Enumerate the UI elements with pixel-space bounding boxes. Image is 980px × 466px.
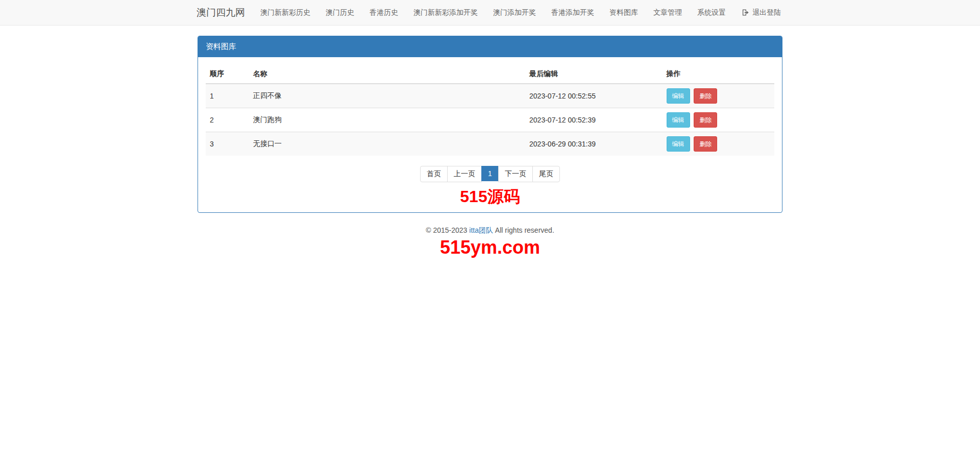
nav-item-macau-add-draw[interactable]: 澳门添加开奖 bbox=[485, 0, 544, 25]
footer: © 2015-2023 itta团队 All rights reserved. … bbox=[198, 226, 782, 257]
col-header-name: 名称 bbox=[249, 65, 525, 84]
nav-item-hongkong-add-draw[interactable]: 香港添加开奖 bbox=[544, 0, 602, 25]
col-header-order: 顺序 bbox=[206, 65, 249, 84]
nav-item-gallery[interactable]: 资料图库 bbox=[602, 0, 646, 25]
cell-last-edited: 2023-06-29 00:31:39 bbox=[525, 132, 662, 156]
nav-item-macau-new-lottery-add-draw[interactable]: 澳门新新彩添加开奖 bbox=[406, 0, 485, 25]
cell-actions: 编辑 删除 bbox=[663, 108, 774, 132]
navbar: 澳门四九网 澳门新新彩历史 澳门历史 香港历史 澳门新新彩添加开奖 澳门添加开奖… bbox=[0, 0, 980, 26]
nav-item-macau-new-lottery-history[interactable]: 澳门新新彩历史 bbox=[253, 0, 318, 25]
edit-button[interactable]: 编辑 bbox=[667, 112, 690, 128]
pagination-first[interactable]: 首页 bbox=[420, 166, 448, 182]
brand[interactable]: 澳门四九网 bbox=[191, 0, 253, 25]
main-container: 资料图库 顺序 名称 最后编辑 操作 bbox=[198, 36, 782, 257]
logout-button[interactable]: 退出登陆 bbox=[734, 0, 789, 25]
team-link[interactable]: itta团队 bbox=[469, 226, 493, 234]
cell-order: 1 bbox=[206, 84, 249, 108]
cell-actions: 编辑 删除 bbox=[663, 84, 774, 108]
nav-item-settings[interactable]: 系统设置 bbox=[690, 0, 733, 25]
pagination: 首页 上一页 1 下一页 尾页 bbox=[420, 166, 560, 182]
copyright-suffix: All rights reserved. bbox=[493, 226, 554, 234]
pagination-next[interactable]: 下一页 bbox=[498, 166, 533, 182]
edit-button[interactable]: 编辑 bbox=[667, 136, 690, 152]
nav-item-macau-history[interactable]: 澳门历史 bbox=[318, 0, 362, 25]
pagination-page-1[interactable]: 1 bbox=[481, 166, 499, 181]
cell-name: 无接口一 bbox=[249, 132, 525, 156]
delete-button[interactable]: 删除 bbox=[694, 88, 717, 104]
copyright: © 2015-2023 itta团队 All rights reserved. bbox=[198, 226, 782, 235]
edit-button[interactable]: 编辑 bbox=[667, 88, 690, 104]
panel-title: 资料图库 bbox=[198, 36, 782, 57]
pagination-wrap: 首页 上一页 1 下一页 尾页 bbox=[206, 166, 774, 182]
watermark-515ym: 515ym.com bbox=[198, 238, 782, 257]
nav-item-hongkong-history[interactable]: 香港历史 bbox=[362, 0, 406, 25]
cell-order: 3 bbox=[206, 132, 249, 156]
cell-name: 澳门跑狗 bbox=[249, 108, 525, 132]
gallery-panel: 资料图库 顺序 名称 最后编辑 操作 bbox=[198, 36, 782, 213]
cell-order: 2 bbox=[206, 108, 249, 132]
pagination-last[interactable]: 尾页 bbox=[532, 166, 560, 182]
gallery-table: 顺序 名称 最后编辑 操作 1 正四不像 2023-07-12 00:52:55… bbox=[206, 65, 774, 156]
cell-last-edited: 2023-07-12 00:52:55 bbox=[525, 84, 662, 108]
copyright-prefix: © 2015-2023 bbox=[426, 226, 469, 234]
delete-button[interactable]: 删除 bbox=[694, 112, 717, 128]
nav-item-articles[interactable]: 文章管理 bbox=[646, 0, 690, 25]
navbar-inner: 澳门四九网 澳门新新彩历史 澳门历史 香港历史 澳门新新彩添加开奖 澳门添加开奖… bbox=[191, 0, 789, 25]
col-header-actions: 操作 bbox=[663, 65, 774, 84]
col-header-last-edited: 最后编辑 bbox=[525, 65, 662, 84]
sign-out-icon bbox=[742, 9, 749, 16]
cell-last-edited: 2023-07-12 00:52:39 bbox=[525, 108, 662, 132]
watermark-515-source: 515源码 bbox=[206, 188, 774, 205]
table-row: 3 无接口一 2023-06-29 00:31:39 编辑 删除 bbox=[206, 132, 774, 156]
table-row: 2 澳门跑狗 2023-07-12 00:52:39 编辑 删除 bbox=[206, 108, 774, 132]
pagination-prev[interactable]: 上一页 bbox=[447, 166, 482, 182]
cell-name: 正四不像 bbox=[249, 84, 525, 108]
table-row: 1 正四不像 2023-07-12 00:52:55 编辑 删除 bbox=[206, 84, 774, 108]
delete-button[interactable]: 删除 bbox=[694, 136, 717, 152]
table-header-row: 顺序 名称 最后编辑 操作 bbox=[206, 65, 774, 84]
logout-label: 退出登陆 bbox=[752, 8, 781, 17]
cell-actions: 编辑 删除 bbox=[663, 132, 774, 156]
panel-body: 顺序 名称 最后编辑 操作 1 正四不像 2023-07-12 00:52:55… bbox=[198, 57, 782, 212]
